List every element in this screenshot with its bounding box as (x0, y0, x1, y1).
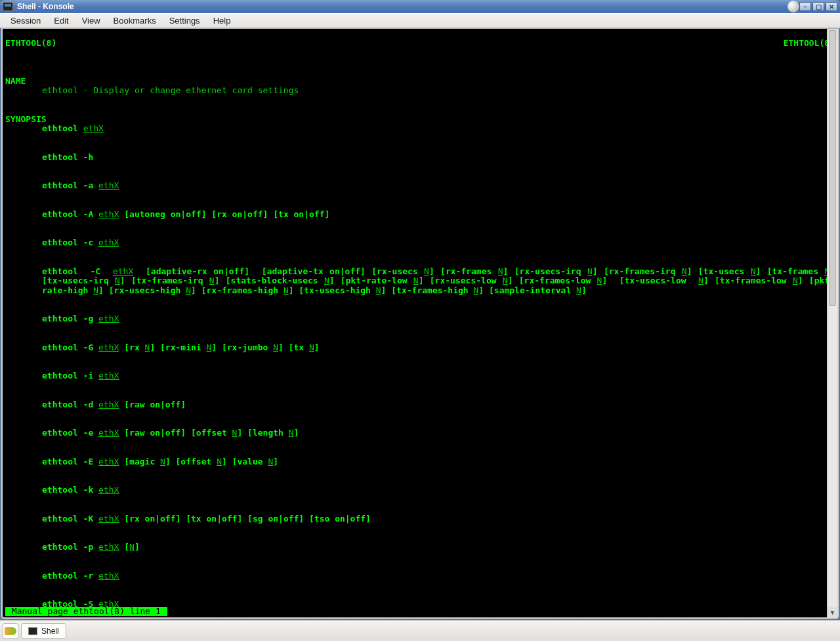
task-label: Shell (41, 627, 59, 636)
menu-help[interactable]: Help (207, 14, 238, 27)
menu-session[interactable]: Session (4, 14, 47, 27)
synopsis-C-line: ethtool -C ethX [adaptive-rx on|off] [ad… (5, 267, 835, 296)
minimize-button[interactable]: – (799, 2, 811, 11)
name-body: ethtool - Display or change ethernet car… (5, 86, 835, 96)
menu-view[interactable]: View (75, 14, 107, 27)
man-status-line: Manual page ethtool(8) line 1 (5, 607, 167, 617)
terminal-container: ETHTOOL(8)ETHTOOL(8) NAME ethtool - Disp… (1, 28, 839, 619)
scroll-down-arrow-icon[interactable]: ▼ (828, 607, 837, 617)
taskbar: Shell (0, 620, 840, 641)
section-name: NAME (5, 76, 26, 86)
menu-edit[interactable]: Edit (47, 14, 75, 27)
suse-logo-icon (5, 627, 16, 635)
close-button[interactable]: ✕ (826, 2, 837, 11)
konsole-logo-icon (788, 1, 799, 12)
terminal-icon (28, 627, 37, 635)
menu-bookmarks[interactable]: Bookmarks (107, 14, 163, 27)
taskbar-item-shell[interactable]: Shell (21, 623, 66, 639)
maximize-button[interactable]: ▢ (812, 2, 824, 11)
menu-settings[interactable]: Settings (163, 14, 207, 27)
konsole-app-icon (3, 2, 13, 11)
manpage-header-left: ETHTOOL(8) (5, 39, 56, 49)
menubar: Session Edit View Bookmarks Settings Hel… (0, 13, 840, 28)
scroll-thumb[interactable] (829, 30, 836, 306)
window-titlebar[interactable]: Shell - Konsole – ▢ ✕ (0, 0, 840, 13)
window-title: Shell - Konsole (17, 2, 785, 11)
section-synopsis: SYNOPSIS (5, 114, 47, 124)
start-button[interactable] (3, 623, 18, 639)
terminal-scrollbar[interactable]: ▲ ▼ (827, 29, 837, 617)
terminal-output[interactable]: ETHTOOL(8)ETHTOOL(8) NAME ethtool - Disp… (3, 29, 837, 617)
